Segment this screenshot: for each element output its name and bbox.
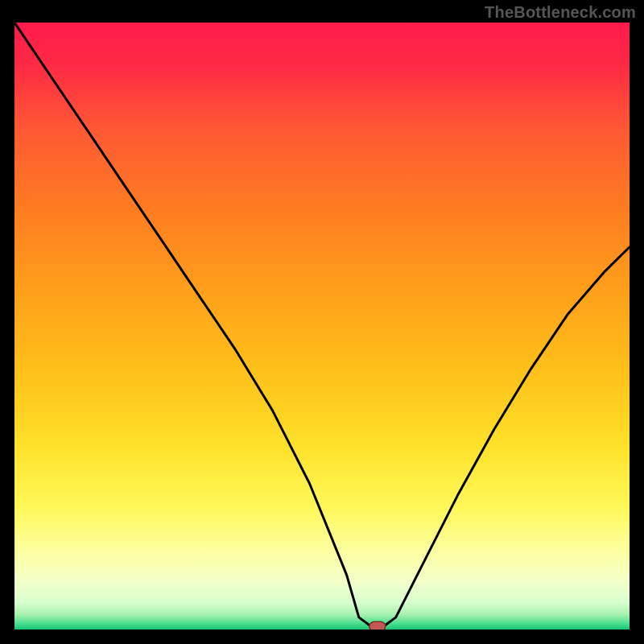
watermark-text: TheBottleneck.com (485, 3, 636, 22)
plot-svg (14, 23, 630, 630)
chart-frame: TheBottleneck.com (0, 0, 644, 644)
gradient-background (14, 23, 630, 630)
plot-area (14, 23, 630, 630)
optimal-marker (369, 621, 386, 630)
